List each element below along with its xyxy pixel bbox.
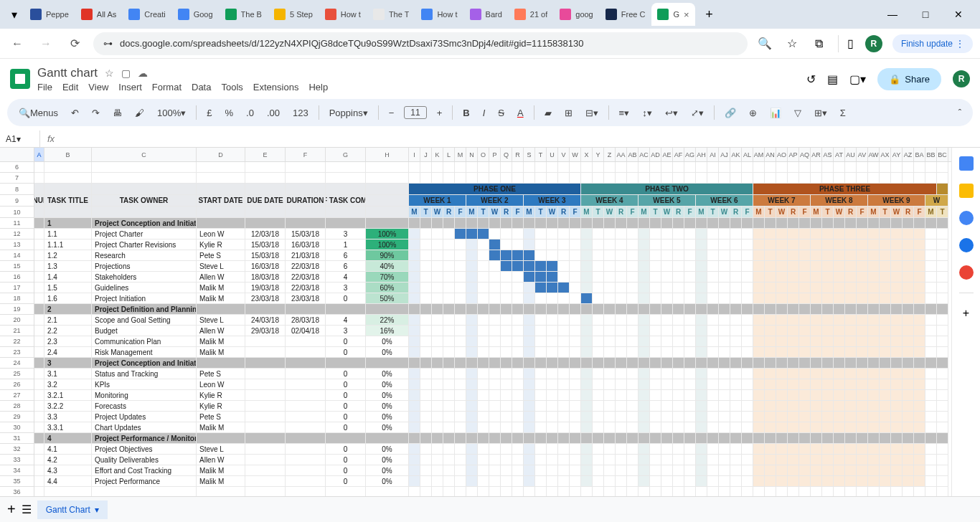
cell[interactable] bbox=[707, 229, 719, 239]
functions-button[interactable]: Σ bbox=[837, 106, 849, 120]
cell[interactable] bbox=[684, 358, 696, 369]
cell[interactable]: M bbox=[409, 207, 420, 218]
cell[interactable] bbox=[593, 412, 604, 422]
cell[interactable] bbox=[558, 390, 570, 401]
valign-button[interactable]: ↕▾ bbox=[639, 106, 655, 120]
cell[interactable]: M bbox=[925, 207, 937, 218]
cell[interactable] bbox=[857, 433, 868, 444]
cell[interactable] bbox=[661, 336, 673, 347]
cell[interactable] bbox=[245, 218, 286, 229]
cell[interactable] bbox=[868, 455, 880, 465]
cell[interactable] bbox=[92, 162, 197, 173]
cell[interactable] bbox=[593, 358, 604, 369]
cell[interactable] bbox=[616, 465, 627, 476]
cell[interactable] bbox=[489, 336, 501, 347]
cell[interactable] bbox=[776, 390, 788, 401]
cell[interactable] bbox=[730, 272, 742, 283]
cell[interactable] bbox=[593, 390, 604, 401]
cell[interactable] bbox=[420, 326, 432, 336]
cell[interactable] bbox=[857, 218, 868, 229]
cell[interactable] bbox=[788, 239, 799, 250]
cell[interactable] bbox=[914, 261, 925, 272]
cell[interactable] bbox=[822, 336, 834, 347]
cell[interactable] bbox=[92, 207, 197, 218]
cell[interactable] bbox=[937, 347, 948, 358]
cell[interactable] bbox=[432, 326, 443, 336]
cell[interactable]: 3.3 bbox=[44, 412, 92, 422]
cell[interactable] bbox=[286, 444, 326, 455]
cell[interactable] bbox=[639, 379, 650, 390]
cell[interactable] bbox=[707, 336, 719, 347]
cell[interactable] bbox=[753, 283, 765, 293]
cell[interactable] bbox=[822, 465, 834, 476]
cell[interactable] bbox=[616, 369, 627, 379]
cell[interactable] bbox=[857, 336, 868, 347]
cell[interactable] bbox=[765, 304, 776, 315]
cell[interactable]: 23/03/18 bbox=[286, 293, 326, 304]
cell[interactable] bbox=[570, 379, 581, 390]
col-header[interactable]: C bbox=[92, 148, 197, 161]
cell[interactable] bbox=[822, 433, 834, 444]
cell[interactable] bbox=[822, 369, 834, 379]
cell[interactable] bbox=[834, 293, 845, 304]
col-header[interactable]: A bbox=[34, 148, 44, 161]
cell[interactable] bbox=[719, 358, 730, 369]
cell[interactable] bbox=[661, 422, 673, 433]
cell[interactable]: 16/03/18 bbox=[245, 261, 286, 272]
cell[interactable] bbox=[432, 304, 443, 315]
cell[interactable] bbox=[409, 304, 420, 315]
cell[interactable] bbox=[937, 229, 948, 239]
cell[interactable] bbox=[903, 369, 914, 379]
cell[interactable] bbox=[326, 173, 366, 184]
cell[interactable] bbox=[627, 326, 639, 336]
cell[interactable] bbox=[593, 218, 604, 229]
cell[interactable] bbox=[857, 465, 868, 476]
cell[interactable] bbox=[455, 401, 466, 412]
cell[interactable] bbox=[443, 401, 455, 412]
cell[interactable]: 29/03/18 bbox=[245, 326, 286, 336]
cell[interactable]: F bbox=[742, 207, 753, 218]
col-header[interactable]: AN bbox=[765, 148, 776, 161]
cell[interactable] bbox=[903, 272, 914, 283]
cell[interactable] bbox=[891, 433, 903, 444]
cell[interactable] bbox=[570, 250, 581, 261]
cell[interactable]: 22% bbox=[366, 315, 409, 326]
cell[interactable] bbox=[34, 207, 44, 218]
cell[interactable] bbox=[914, 173, 925, 184]
cell[interactable]: T bbox=[593, 207, 604, 218]
cell[interactable]: Malik M bbox=[197, 293, 245, 304]
cell[interactable] bbox=[753, 401, 765, 412]
cell[interactable] bbox=[661, 162, 673, 173]
cell[interactable] bbox=[478, 229, 489, 239]
cell[interactable] bbox=[753, 390, 765, 401]
cell[interactable] bbox=[868, 336, 880, 347]
cell[interactable] bbox=[558, 358, 570, 369]
cell[interactable] bbox=[535, 173, 547, 184]
cell[interactable]: T bbox=[880, 207, 891, 218]
cell[interactable] bbox=[845, 369, 857, 379]
cell[interactable] bbox=[765, 412, 776, 422]
cell[interactable] bbox=[788, 476, 799, 487]
cell[interactable] bbox=[822, 455, 834, 465]
cell[interactable]: Steve L bbox=[197, 261, 245, 272]
cell[interactable]: T bbox=[765, 207, 776, 218]
cell[interactable] bbox=[639, 455, 650, 465]
cell[interactable] bbox=[719, 218, 730, 229]
cell[interactable]: PHASE THREE bbox=[753, 184, 937, 195]
cell[interactable] bbox=[616, 326, 627, 336]
cell[interactable]: WEEK 8 bbox=[811, 195, 868, 207]
cell[interactable] bbox=[914, 304, 925, 315]
cell[interactable] bbox=[673, 250, 684, 261]
cell[interactable] bbox=[432, 293, 443, 304]
cell[interactable] bbox=[753, 250, 765, 261]
cell[interactable]: Steve L bbox=[197, 444, 245, 455]
cell[interactable] bbox=[730, 315, 742, 326]
cell[interactable] bbox=[937, 465, 948, 476]
cell[interactable] bbox=[903, 476, 914, 487]
cell[interactable] bbox=[466, 422, 478, 433]
cell[interactable] bbox=[501, 293, 512, 304]
merge-button[interactable]: ⊟▾ bbox=[583, 106, 601, 120]
cell[interactable] bbox=[535, 261, 547, 272]
link-button[interactable]: 🔗 bbox=[722, 106, 739, 120]
cell[interactable] bbox=[730, 401, 742, 412]
